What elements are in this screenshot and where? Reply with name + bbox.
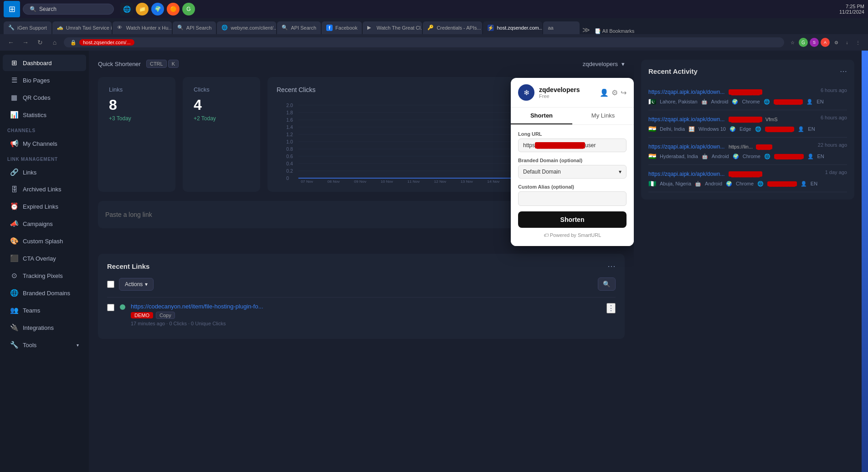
extension4[interactable]: ⚙ xyxy=(832,38,841,47)
popup-settings-icon[interactable]: ⚙ xyxy=(611,88,618,97)
flag-2: 🇮🇳 xyxy=(648,125,656,133)
archived-links-icon: 🗄 xyxy=(10,185,18,193)
activity-url-2[interactable]: https://zqapi.aipk.io/apk/down... xyxy=(648,116,724,123)
long-url-input[interactable] xyxy=(105,211,553,218)
links-stat-card: Links 8 +3 Today xyxy=(98,77,175,192)
popup-alias-input[interactable] xyxy=(518,191,627,206)
sidebar-item-teams[interactable]: 👥 Teams xyxy=(3,302,86,318)
svg-text:1.6: 1.6 xyxy=(286,118,293,123)
tab-facebook[interactable]: f Facebook xyxy=(322,21,362,34)
sidebar-item-tools[interactable]: 🔧 Tools ▾ xyxy=(3,337,86,353)
link-info: https://codecanyon.net/item/file-hosting… xyxy=(131,303,601,326)
taskbar-folder-icon[interactable]: 📁 xyxy=(136,3,149,15)
tab-webyne[interactable]: 🌐 webyne.com/client/... xyxy=(217,21,276,34)
tab-favicon: 🔧 xyxy=(8,25,15,31)
svg-text:2.0: 2.0 xyxy=(286,103,293,108)
sidebar-item-statistics[interactable]: 📊 Statistics xyxy=(3,107,86,123)
blue-accent-bar xyxy=(862,51,868,472)
activity-url-1[interactable]: https://zqapi.aipk.io/apk/down... xyxy=(648,89,724,95)
sidebar-item-qr-codes[interactable]: ▦ QR Codes xyxy=(3,89,86,106)
popup-logout-icon[interactable]: ↪ xyxy=(621,88,627,97)
extension5[interactable]: ↓ xyxy=(842,38,852,47)
sidebar-item-bio-pages[interactable]: ☰ Bio Pages xyxy=(3,72,86,88)
tab-favicon: 🔑 xyxy=(427,25,434,31)
url-bar[interactable]: 🔒 host.zqsender.com/... xyxy=(64,37,784,47)
tab-favicon: 🔍 xyxy=(282,25,288,31)
taskbar-time: 7:25 PM 11/21/2024 xyxy=(839,4,864,15)
tab-watchGreat[interactable]: ▶ Watch The Great Cl... xyxy=(363,21,422,34)
bookmark-star[interactable]: ☆ xyxy=(788,38,797,47)
activity-time-1: 6 hours ago xyxy=(821,87,847,93)
keyboard-shortcut: CTRL K xyxy=(146,60,179,68)
activity-meta-3: 🇮🇳 Hyderabad, India 🤖 Android 🌍 Chrome 🌐… xyxy=(648,153,847,160)
taskbar-app2-icon[interactable]: 🟠 xyxy=(167,3,180,15)
sidebar-item-cta-overlay[interactable]: ⬛ CTA Overlay xyxy=(3,250,86,267)
activity-more-button[interactable]: ⋯ xyxy=(840,67,847,76)
tab-apiSearch1[interactable]: 🔍 API Search xyxy=(173,21,216,34)
link-checkbox[interactable] xyxy=(107,304,114,311)
link-copy-button[interactable]: Copy xyxy=(156,312,175,319)
popup-tab-my-links[interactable]: My Links xyxy=(572,108,634,124)
sidebar-item-integrations[interactable]: 🔌 Integrations xyxy=(3,319,86,336)
sidebar-item-links[interactable]: 🔗 Links xyxy=(3,164,86,180)
popup-shorten-button[interactable]: Shorten xyxy=(518,211,627,228)
tab-igenSupport[interactable]: 🔧 iGen Support xyxy=(4,21,51,34)
select-all-checkbox[interactable] xyxy=(107,281,114,288)
tab-umrahTaxi[interactable]: 🚕 Umrah Taxi Service i... xyxy=(52,21,112,34)
link-url[interactable]: https://codecanyon.net/item/file-hosting… xyxy=(131,303,263,310)
recent-links-more-button[interactable]: ⋯ xyxy=(607,261,616,271)
menu-button[interactable]: ⋮ xyxy=(853,38,863,47)
tab-host[interactable]: ⚡ host.zqsender.com... xyxy=(483,21,542,34)
forward-button[interactable]: → xyxy=(20,37,31,48)
activity-item-2: https://zqapi.aipk.io/apk/down... ██████… xyxy=(648,110,847,138)
search-links-button[interactable]: 🔍 xyxy=(598,277,616,291)
home-button[interactable]: ⌂ xyxy=(49,37,60,48)
activity-url-4[interactable]: https://zqapi.aipk.io/apk/down... xyxy=(648,171,724,177)
reload-button[interactable]: ↻ xyxy=(35,37,46,48)
right-panel: Recent Activity ⋯ https://zqapi.aipk.io/… xyxy=(634,51,862,472)
extension3[interactable]: A xyxy=(821,38,830,47)
referrer-redacted-4: ████████ xyxy=(767,181,797,186)
tools-icon: 🔧 xyxy=(10,341,18,349)
sidebar-item-campaigns[interactable]: 📣 Campaigns xyxy=(3,215,86,232)
teams-icon: 👥 xyxy=(10,306,18,314)
svg-text:0.8: 0.8 xyxy=(286,147,293,152)
activity-url-3[interactable]: https://zqapi.aipk.io/apk/down... xyxy=(648,144,724,150)
sidebar-item-archived-links[interactable]: 🗄 Archived Links xyxy=(3,181,86,197)
svg-text:13 Nov: 13 Nov xyxy=(461,180,473,183)
tab-aa[interactable]: aa xyxy=(543,21,580,34)
tab-watchHunter[interactable]: 👁 Watch Hunter x Hu... xyxy=(113,21,172,34)
popup-logo: ❄ xyxy=(518,84,534,101)
sidebar-item-expired-links[interactable]: ⏰ Expired Links xyxy=(3,198,86,215)
sidebar-item-custom-splash[interactable]: 🎨 Custom Splash xyxy=(3,233,86,249)
popup-plan: Free xyxy=(539,93,580,99)
popup-profile-icon[interactable]: 👤 xyxy=(600,88,609,97)
sidebar-item-branded-domains[interactable]: 🌐 Branded Domains xyxy=(3,285,86,301)
popup-username: zqdevelopers xyxy=(539,86,580,93)
taskbar-browser-icon[interactable]: 🌍 xyxy=(151,3,164,15)
svg-text:10 Nov: 10 Nov xyxy=(381,180,394,183)
start-button[interactable]: ⊞ xyxy=(4,1,20,17)
link-more-button[interactable]: ⋮ xyxy=(606,303,616,313)
back-button[interactable]: ← xyxy=(5,37,16,48)
user-menu[interactable]: zqdevelopers ▾ xyxy=(583,61,625,67)
all-bookmarks[interactable]: 📑 All Bookmarks xyxy=(595,28,634,34)
taskbar-app3-icon[interactable]: G xyxy=(182,3,195,15)
sidebar-item-dashboard[interactable]: ⊞ Dashboard xyxy=(3,55,86,71)
sidebar-item-tracking-pixels[interactable]: ⊙ Tracking Pixels xyxy=(3,267,86,284)
qr-codes-icon: ▦ xyxy=(10,93,18,102)
popup-tab-shorten[interactable]: Shorten xyxy=(511,108,572,124)
popup-domain-select[interactable]: Default Domain ▾ xyxy=(518,165,627,179)
tab-overflow[interactable]: ≫ xyxy=(582,26,590,34)
tab-credentials[interactable]: 🔑 Credentials - APIs... xyxy=(423,21,482,34)
taskbar-search[interactable]: 🔍 Search xyxy=(23,4,114,15)
svg-text:1.2: 1.2 xyxy=(286,132,293,137)
popup-url-input[interactable]: https ████████████ user xyxy=(518,139,627,152)
actions-dropdown-button[interactable]: Actions ▾ xyxy=(119,278,154,291)
extension2[interactable]: S xyxy=(810,38,819,47)
tab-apiSearch2[interactable]: 🔍 API Search xyxy=(277,21,321,34)
sidebar-item-my-channels[interactable]: 📢 My Channels xyxy=(3,135,86,152)
bio-pages-icon: ☰ xyxy=(10,76,18,84)
taskbar-app-icon[interactable]: 🌐 xyxy=(120,3,133,15)
extension1[interactable]: G xyxy=(799,38,808,47)
